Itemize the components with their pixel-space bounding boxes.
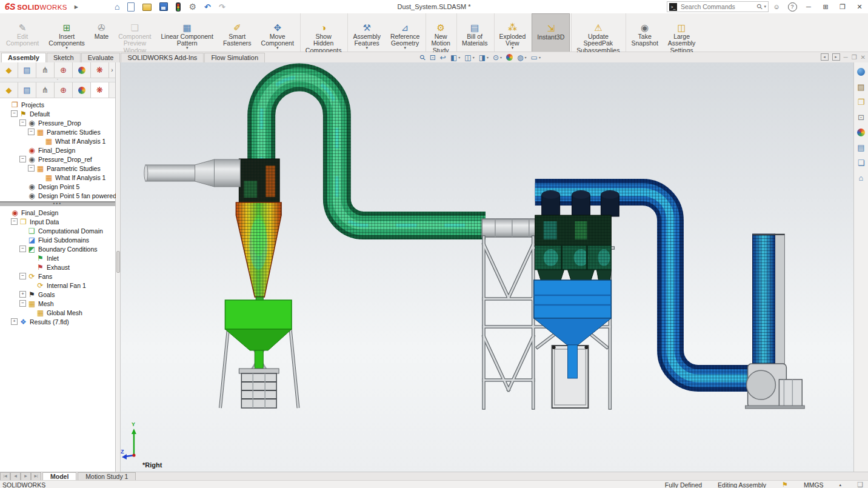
tree-item[interactable]: Design Point 5: [0, 182, 115, 191]
tree-item[interactable]: Fluid Subdomains: [0, 235, 115, 244]
tree-item[interactable]: Computational Domain: [0, 226, 115, 235]
panel-splitter-grip[interactable]: [116, 251, 120, 273]
baghouse-hopper[interactable]: [534, 280, 612, 345]
rebuild-button[interactable]: [173, 2, 185, 12]
model-tab[interactable]: Model: [42, 472, 76, 481]
menu-expand-arrow-icon[interactable]: ▶: [75, 4, 78, 10]
tree-item[interactable]: Fans: [0, 272, 115, 281]
doc-minimize-icon[interactable]: ─: [844, 54, 848, 61]
panel-resize-splitter[interactable]: [116, 62, 121, 472]
expand-toggle-icon[interactable]: [28, 129, 35, 135]
doc-close-icon[interactable]: ✕: [861, 54, 866, 61]
view-settings-icon[interactable]: [529, 53, 542, 62]
user-login-icon[interactable]: ☺: [769, 3, 784, 10]
tab-evaluate[interactable]: Evaluate: [81, 53, 121, 62]
update-speedpak-subassemblies-button[interactable]: Update SpeedPak Subassemblies: [571, 13, 624, 52]
expand-toggle-icon[interactable]: [19, 300, 26, 307]
tag-icon[interactable]: [857, 481, 863, 488]
new-document-button[interactable]: [125, 2, 139, 12]
view-orientation-icon[interactable]: [462, 53, 476, 62]
expand-toggle-icon[interactable]: [19, 246, 26, 252]
cyclone-separator[interactable]: [236, 159, 281, 302]
hide-show-items-icon[interactable]: [491, 53, 504, 62]
previous-tab-button[interactable]: ◀: [10, 472, 21, 481]
first-tab-button[interactable]: |◀: [0, 472, 10, 481]
insert-components-button[interactable]: Insert Components: [44, 13, 90, 52]
expand-toggle-icon[interactable]: [19, 273, 26, 279]
apply-scene-icon[interactable]: [515, 53, 529, 62]
last-tab-button[interactable]: ▶|: [31, 472, 41, 481]
tree-item[interactable]: Exhaust: [0, 262, 115, 272]
configurationmanager-tab[interactable]: [36, 62, 55, 78]
edit-component-button[interactable]: Edit Component: [1, 13, 44, 52]
motion-study-tab[interactable]: Motion Study 1: [78, 472, 136, 481]
units-label[interactable]: MMGS: [804, 481, 824, 488]
featuremanager-tab[interactable]: [0, 82, 18, 98]
tree-item[interactable]: Parametric Studies: [0, 164, 115, 173]
tab-flow-simulation[interactable]: Flow Simulation: [204, 53, 265, 62]
close-button[interactable]: ✕: [851, 3, 868, 11]
tree-item[interactable]: Final_Design: [0, 208, 115, 217]
tree-item[interactable]: Pressure_Drop_ref: [0, 155, 115, 164]
tree-item[interactable]: Parametric Studies: [0, 127, 115, 136]
flow-simulation-tab[interactable]: [91, 82, 109, 98]
options-button[interactable]: [186, 1, 201, 12]
search-dropdown-icon[interactable]: ▾: [764, 4, 766, 9]
search-input[interactable]: [679, 2, 757, 11]
expand-toggle-icon[interactable]: [11, 218, 18, 225]
solidworks-forum-button[interactable]: [855, 156, 868, 169]
linear-component-pattern-button[interactable]: Linear Component Pattern: [156, 13, 218, 52]
dimxpertmanager-tab[interactable]: [55, 82, 73, 98]
section-view-icon[interactable]: [449, 53, 462, 62]
units-caret-icon[interactable]: ▴: [840, 483, 842, 487]
expand-toggle-icon[interactable]: [19, 156, 26, 162]
new-motion-study-button[interactable]: New Motion Study: [426, 13, 455, 52]
configurationmanager-tab[interactable]: [36, 82, 55, 98]
tab-solidworks-add-ins[interactable]: SOLIDWORKS Add-Ins: [121, 53, 204, 62]
overhead-loop-duct[interactable]: [261, 78, 486, 226]
design-library-button[interactable]: [855, 80, 868, 93]
mate-button[interactable]: Mate: [90, 13, 113, 52]
baghouse-collector[interactable]: [534, 190, 619, 408]
tree-item[interactable]: Default: [0, 109, 115, 118]
tab-assembly[interactable]: Assembly: [1, 53, 46, 62]
restore-button[interactable]: ❐: [834, 3, 851, 11]
displaymanager-tab[interactable]: [73, 62, 91, 78]
displaymanager-tab[interactable]: [73, 82, 91, 98]
undo-button[interactable]: [202, 2, 215, 12]
show-hidden-components-button[interactable]: Show Hidden Components: [300, 13, 347, 52]
home-button[interactable]: [112, 1, 124, 12]
display-style-icon[interactable]: [477, 53, 490, 62]
doc-restore-icon[interactable]: ❐: [852, 54, 857, 61]
dust-collector-bin[interactable]: [220, 300, 298, 408]
pane-splitter-handle[interactable]: ◦: [0, 78, 115, 82]
instant3d-button[interactable]: Instant3D: [532, 13, 570, 52]
tree-item[interactable]: What If Analysis 1: [0, 136, 115, 145]
save-button[interactable]: [157, 2, 172, 12]
expand-toggle-icon[interactable]: [11, 110, 18, 117]
tree-item[interactable]: Boundary Conditions: [0, 244, 115, 253]
exploded-view-button[interactable]: Exploded View: [494, 13, 531, 52]
tree-item[interactable]: Internal Fan 1: [0, 281, 115, 290]
expand-toggle-icon[interactable]: [19, 119, 26, 126]
zoom-to-fit-icon[interactable]: [418, 53, 427, 62]
tree-item[interactable]: Global Mesh: [0, 308, 115, 317]
tree-item[interactable]: Projects: [0, 100, 115, 109]
move-component-button[interactable]: Move Component: [256, 13, 299, 52]
tree-item[interactable]: Goals: [0, 290, 115, 299]
featuremanager-tab[interactable]: [0, 62, 18, 78]
search-commands-box[interactable]: >_ ⚲ ▾: [667, 1, 769, 12]
tree-item[interactable]: Pressure_Drop: [0, 118, 115, 127]
model-canvas[interactable]: Y Z: [121, 62, 853, 472]
solidworks-resources-button[interactable]: [855, 65, 868, 78]
custom-properties-button[interactable]: [855, 141, 868, 154]
tree-item[interactable]: Inlet: [0, 253, 115, 262]
expand-toggle-icon[interactable]: [28, 165, 35, 172]
bill-of-materials-button[interactable]: Bill of Materials: [456, 13, 493, 52]
open-button[interactable]: [140, 2, 156, 12]
dimxpertmanager-tab[interactable]: [55, 62, 73, 78]
propertymanager-tab[interactable]: [18, 82, 36, 98]
help-icon[interactable]: ?: [784, 2, 800, 12]
appearances-scenes-decals-button[interactable]: [855, 125, 868, 139]
tab-overflow-arrow-icon[interactable]: ›: [109, 62, 115, 78]
